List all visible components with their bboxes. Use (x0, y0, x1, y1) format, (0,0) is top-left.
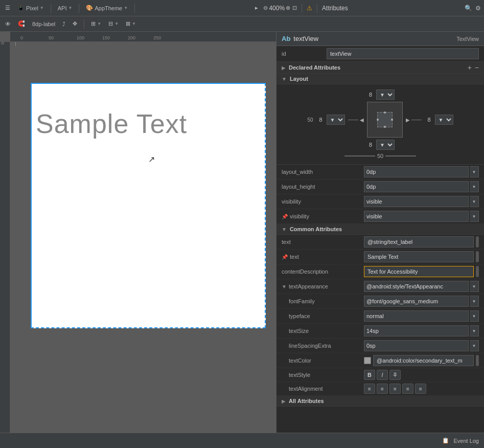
visibility-pin-input[interactable] (364, 211, 469, 222)
theme-selector[interactable]: 🎨 AppTheme ▼ (84, 4, 130, 12)
typeface-value-wrap: ▼ (364, 310, 479, 322)
bottom-margin-select[interactable]: ▼ (376, 140, 395, 150)
visibility2-label-text: visibility (290, 213, 309, 219)
zoom-in-icon[interactable]: ⊕ (286, 5, 290, 11)
align-icon: ⊟ (108, 20, 113, 27)
bold-button[interactable]: B (364, 370, 375, 380)
id-input[interactable] (327, 48, 479, 59)
text-resource-input[interactable] (364, 236, 474, 248)
left-margin-selector: 8 ▼ (316, 115, 345, 125)
text-appearance-input[interactable] (364, 281, 469, 292)
layout-height-value-wrap: ▼ (364, 181, 479, 192)
top-toolbar: ☰ 📱 Pixel ▼ API ▼ 🎨 AppTheme ▼ ▸ ⊖ 400% … (0, 0, 484, 16)
id-label: id (282, 51, 322, 57)
visibility-value-wrap: ▼ (364, 196, 479, 207)
text-size-dropdown[interactable]: ▼ (470, 325, 479, 337)
layout-bottom-number: 50 (344, 153, 416, 159)
layout-width-input[interactable] (364, 166, 469, 177)
zoom-fit-icon[interactable]: ⊡ (292, 5, 297, 11)
text-appearance-label-text: textAppearance (289, 283, 328, 289)
menu-button[interactable]: ☰ (3, 4, 12, 12)
more-options[interactable]: ▸ (253, 4, 260, 12)
path-tool[interactable]: ⤴ (60, 20, 67, 28)
text-alignment-value-wrap: ≡ ≡ ≡ ≡ ≡ (364, 384, 479, 394)
menu-icon: ☰ (5, 5, 10, 11)
visibility-pin-row: 📌 visibility ▼ (276, 209, 484, 224)
text-value-label: 📌 text (282, 254, 361, 260)
left-margin-num: 50 (307, 117, 313, 123)
italic-button[interactable]: I (377, 370, 388, 380)
visibility-toggle[interactable]: 👁 (3, 20, 13, 28)
align-center-button[interactable]: ≡ (377, 384, 388, 394)
content-desc-input[interactable] (364, 266, 474, 277)
visibility-pin-value-wrap: ▼ (364, 211, 479, 222)
align-end-button[interactable]: ≡ (415, 384, 426, 394)
dot-left (377, 119, 379, 121)
right-margin-select[interactable]: ▼ (435, 115, 453, 125)
center-arrow-left: ◀ (348, 117, 364, 123)
common-attributes-label: Common Attributes (290, 226, 342, 232)
add-attribute-button[interactable]: + (468, 64, 472, 71)
layout-section-header[interactable]: ▼ Layout (276, 74, 484, 84)
api-selector[interactable]: API ▼ (56, 4, 75, 12)
visibility-dropdown[interactable]: ▼ (470, 196, 479, 207)
text-color-input[interactable] (373, 355, 474, 366)
content-desc-label-text: contentDescription (282, 268, 328, 275)
line-spacing-dropdown[interactable]: ▼ (470, 340, 479, 351)
search-icon[interactable]: 🔍 (465, 5, 472, 12)
all-attributes-header[interactable]: ▶ All Attributes (276, 396, 484, 407)
typeface-input[interactable] (364, 310, 469, 322)
attributes-scroll[interactable]: id ▶ Declared Attributes + − ▼ Layout (276, 46, 484, 433)
path-icon: ⤴ (62, 21, 65, 27)
strikethrough-button[interactable]: T (389, 370, 401, 380)
line-spacing-row: lineSpacingExtra ▼ (276, 339, 484, 353)
visibility-input[interactable] (364, 196, 469, 207)
text-resource-row: text (276, 235, 484, 250)
left-margin-select[interactable]: ▼ (327, 115, 345, 125)
settings-icon[interactable]: ⚙ (475, 5, 481, 12)
visibility-pin-dropdown[interactable]: ▼ (470, 211, 479, 222)
layout-height-input[interactable] (364, 181, 469, 192)
declared-attributes-header[interactable]: ▶ Declared Attributes + − (276, 62, 484, 74)
text-color-swatch[interactable] (364, 357, 371, 364)
align-left-button[interactable]: ≡ (364, 384, 375, 394)
layout-icon: ⊞ (91, 20, 96, 27)
common-attributes-header[interactable]: ▼ Common Attributes (276, 224, 484, 235)
theme-label: AppTheme (95, 5, 122, 11)
layout-mode[interactable]: ⊞ ▼ (89, 19, 103, 28)
text-color-row: textColor (276, 353, 484, 368)
align-justify-button[interactable]: ≡ (402, 384, 413, 394)
layout-width-label-text: layout_width (282, 169, 313, 175)
text-size-input[interactable] (364, 325, 469, 337)
attributes-title: Attributes (322, 5, 348, 12)
font-family-dropdown[interactable]: ▼ (470, 296, 479, 307)
text-value-input[interactable] (364, 251, 474, 262)
align-right-button[interactable]: ≡ (389, 384, 401, 394)
layout-height-dropdown[interactable]: ▼ (470, 181, 479, 192)
zoom-out-icon[interactable]: ⊖ (263, 5, 268, 11)
text-appearance-row: ▼ textAppearance ▼ (276, 279, 484, 294)
remove-attribute-button[interactable]: − (475, 64, 479, 71)
layout-box (367, 102, 403, 138)
separator3 (134, 4, 135, 13)
canvas-inner[interactable]: Sample Text ↗ (10, 42, 276, 433)
top-margin-select[interactable]: ▼ (376, 89, 395, 100)
layout-width-dropdown[interactable]: ▼ (470, 166, 479, 177)
magnet-toggle[interactable]: 🧲 (16, 19, 27, 28)
event-log-label[interactable]: Event Log (453, 438, 479, 444)
device-selector[interactable]: 📱 Pixel ▼ (15, 4, 46, 12)
typeface-dropdown[interactable]: ▼ (470, 310, 479, 322)
adjust-tool[interactable]: ✥ (71, 19, 79, 28)
right-margin-selector: 8 ▼ (425, 115, 453, 125)
margin-value[interactable]: 8dp-label (30, 20, 57, 28)
separator4 (302, 4, 302, 13)
chevron-down-icon2: ▼ (68, 6, 73, 10)
api-label: API (58, 5, 67, 11)
line-spacing-label-text: lineSpacingExtra (289, 343, 331, 349)
distribute-tool[interactable]: ⊠ ▼ (124, 19, 138, 28)
text-appearance-dropdown[interactable]: ▼ (470, 281, 479, 292)
font-family-input[interactable] (364, 296, 469, 307)
text-appearance-label: ▼ textAppearance (282, 283, 361, 289)
line-spacing-input[interactable] (364, 340, 469, 351)
align-tool[interactable]: ⊟ ▼ (106, 19, 121, 28)
